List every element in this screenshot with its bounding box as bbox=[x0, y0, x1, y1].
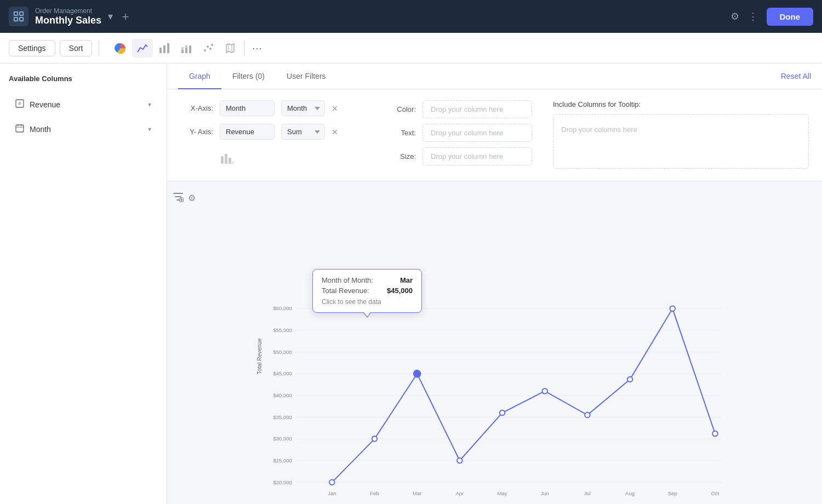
graph-config-panel: X-Axis: Month Month ✕ Y- Axis: Revenue S… bbox=[167, 89, 822, 181]
map-icon[interactable] bbox=[220, 39, 241, 58]
text-label: Text: bbox=[389, 129, 416, 137]
revenue-label: Revenue bbox=[30, 100, 60, 109]
stacked-bar-icon[interactable] bbox=[176, 39, 197, 58]
revenue-icon: # bbox=[15, 99, 24, 110]
svg-text:Jul: Jul bbox=[584, 490, 591, 496]
color-label: Color: bbox=[389, 105, 416, 113]
toolbar-divider bbox=[99, 41, 99, 56]
svg-point-61 bbox=[414, 370, 421, 377]
main-layout: Available Columns # Revenue ▾ Month ▾ Gr bbox=[0, 64, 822, 504]
chart-area: ⚙ Total Revenue $20,000 $25,000 $30 bbox=[167, 181, 822, 504]
add-tab-button[interactable]: ＋ bbox=[119, 8, 132, 25]
svg-text:$55,000: $55,000 bbox=[273, 327, 292, 333]
xaxis-label: X-Axis: bbox=[180, 104, 213, 112]
y-axis: $20,000 $25,000 $30,000 $35,000 $40,000 … bbox=[273, 305, 722, 485]
svg-point-59 bbox=[329, 480, 335, 485]
month-expand-icon: ▾ bbox=[148, 125, 151, 133]
y-axis-label: Total Revenue bbox=[256, 338, 262, 374]
xaxis-clear-button[interactable]: ✕ bbox=[332, 104, 338, 113]
sidebar-item-revenue[interactable]: # Revenue ▾ bbox=[9, 94, 158, 115]
svg-text:$30,000: $30,000 bbox=[273, 436, 292, 442]
axis-extra-icon bbox=[220, 158, 235, 169]
chart-type-icons: ⋯ bbox=[110, 39, 266, 58]
axis-extra bbox=[180, 152, 378, 170]
done-button[interactable]: Done bbox=[767, 8, 814, 26]
svg-rect-8 bbox=[181, 47, 184, 50]
svg-point-62 bbox=[457, 458, 463, 463]
yaxis-label: Y- Axis: bbox=[180, 128, 213, 136]
svg-point-60 bbox=[372, 436, 378, 442]
tab-graph[interactable]: Graph bbox=[178, 64, 221, 89]
tab-user-filters[interactable]: User Filters bbox=[276, 64, 337, 89]
text-drop-field[interactable]: Drop your column here bbox=[423, 124, 532, 142]
xaxis-select[interactable]: Month bbox=[281, 100, 325, 116]
app-logo bbox=[9, 7, 28, 26]
yaxis-select[interactable]: Sum Avg Count bbox=[281, 124, 325, 140]
settings-button[interactable]: Settings bbox=[9, 40, 55, 56]
revenue-expand-icon: ▾ bbox=[148, 101, 151, 108]
sort-button[interactable]: Sort bbox=[60, 40, 93, 56]
svg-text:$20,000: $20,000 bbox=[273, 479, 292, 485]
tooltip-drop-area[interactable]: Drop your columns here bbox=[553, 114, 809, 169]
more-chart-options-button[interactable]: ⋯ bbox=[248, 40, 266, 56]
color-text-section: Color: Drop your column here Text: Drop … bbox=[389, 100, 542, 170]
svg-text:$60,000: $60,000 bbox=[273, 305, 292, 311]
svg-text:Jun: Jun bbox=[541, 490, 549, 496]
svg-text:Aug: Aug bbox=[625, 490, 635, 496]
scatter-icon[interactable] bbox=[198, 39, 219, 58]
content-area: Graph Filters (0) User Filters Reset All… bbox=[167, 64, 822, 504]
xaxis-field[interactable]: Month bbox=[220, 100, 275, 116]
svg-rect-11 bbox=[189, 45, 191, 53]
bar-chart-icon[interactable] bbox=[154, 39, 175, 58]
color-row: Color: Drop your column here bbox=[389, 100, 542, 118]
svg-rect-20 bbox=[16, 125, 24, 132]
svg-text:#: # bbox=[18, 101, 21, 106]
yaxis-clear-button[interactable]: ✕ bbox=[332, 128, 338, 136]
svg-rect-6 bbox=[167, 43, 169, 53]
size-drop-field[interactable]: Drop your column here bbox=[423, 147, 532, 165]
svg-rect-1 bbox=[20, 12, 23, 15]
svg-text:$35,000: $35,000 bbox=[273, 414, 292, 420]
settings-gear-icon[interactable]: ⚙ bbox=[730, 10, 739, 22]
chart-settings-icon[interactable]: ⚙ bbox=[188, 191, 196, 204]
title-dropdown-button[interactable]: ▾ bbox=[108, 10, 113, 22]
svg-point-67 bbox=[670, 306, 675, 312]
chart-wrapper: Total Revenue $20,000 $25,000 $30,000 $3… bbox=[173, 209, 811, 504]
svg-text:Feb: Feb bbox=[370, 490, 379, 496]
size-row: Size: Drop your column here bbox=[389, 147, 542, 165]
yaxis-field[interactable]: Revenue bbox=[220, 124, 275, 140]
svg-text:May: May bbox=[498, 490, 507, 496]
more-options-icon[interactable]: ⋮ bbox=[748, 10, 758, 22]
svg-text:$40,000: $40,000 bbox=[273, 392, 292, 398]
svg-point-12 bbox=[204, 49, 206, 51]
svg-rect-26 bbox=[229, 158, 231, 164]
color-drop-field[interactable]: Drop your column here bbox=[423, 100, 532, 118]
line-chart-icon[interactable] bbox=[132, 39, 153, 58]
reset-all-button[interactable]: Reset All bbox=[781, 64, 811, 88]
svg-point-15 bbox=[211, 44, 213, 46]
svg-rect-9 bbox=[185, 48, 187, 53]
axes-section: X-Axis: Month Month ✕ Y- Axis: Revenue S… bbox=[180, 100, 378, 170]
svg-rect-2 bbox=[14, 18, 18, 21]
chart-actions: ⚙ bbox=[173, 187, 811, 209]
yaxis-row: Y- Axis: Revenue Sum Avg Count ✕ bbox=[180, 124, 378, 140]
svg-point-65 bbox=[585, 413, 590, 418]
tabs-bar: Graph Filters (0) User Filters Reset All bbox=[167, 64, 822, 89]
add-filter-icon[interactable] bbox=[173, 191, 184, 204]
svg-point-63 bbox=[500, 410, 505, 416]
svg-text:Mar: Mar bbox=[413, 490, 421, 496]
svg-rect-24 bbox=[221, 156, 224, 164]
month-label: Month bbox=[30, 125, 51, 134]
app-subtitle: Order Management bbox=[35, 7, 101, 15]
title-block: Order Management Monthly Sales bbox=[35, 7, 101, 26]
sidebar-item-month[interactable]: Month ▾ bbox=[9, 118, 158, 140]
pie-chart-icon[interactable] bbox=[110, 39, 131, 58]
svg-point-14 bbox=[209, 48, 212, 50]
x-axis: Jan Feb Mar Apr May Jun Jul Aug Sep Oct bbox=[328, 490, 720, 496]
svg-text:$45,000: $45,000 bbox=[273, 370, 292, 376]
page-title: Monthly Sales bbox=[35, 15, 101, 26]
xaxis-row: X-Axis: Month Month ✕ bbox=[180, 100, 378, 116]
tab-filters[interactable]: Filters (0) bbox=[221, 64, 276, 89]
svg-rect-3 bbox=[20, 18, 23, 21]
svg-line-27 bbox=[232, 162, 234, 164]
